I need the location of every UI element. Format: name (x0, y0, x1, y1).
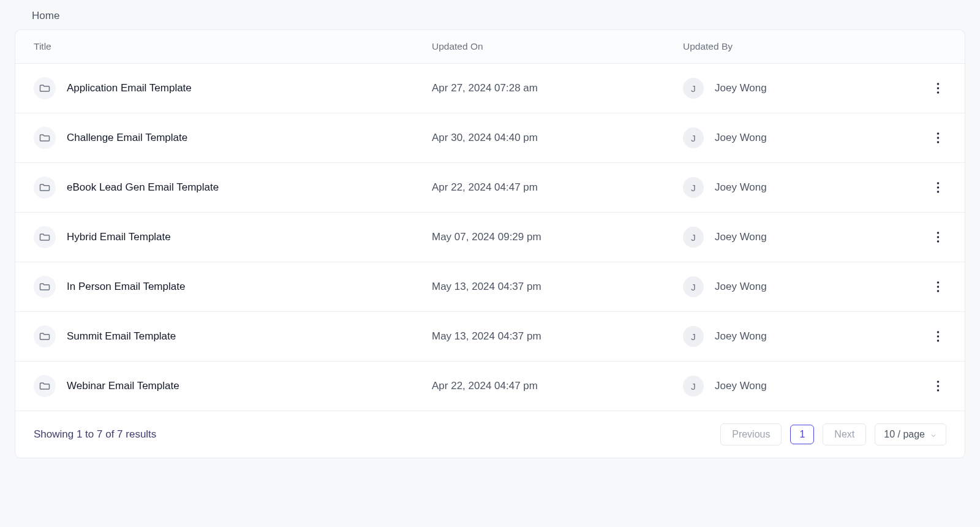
row-title: Challenge Email Template (67, 132, 187, 144)
svg-point-12 (937, 281, 939, 284)
row-title: Application Email Template (67, 82, 192, 94)
avatar: J (683, 276, 704, 297)
row-actions-menu[interactable] (929, 229, 946, 246)
row-actions-menu[interactable] (929, 328, 946, 345)
row-updated-on: May 07, 2024 09:29 pm (432, 231, 683, 243)
svg-point-6 (937, 182, 939, 184)
table-row[interactable]: Summit Email Template May 13, 2024 04:37… (15, 312, 965, 362)
row-title: eBook Lead Gen Email Template (67, 181, 219, 194)
previous-page-button[interactable]: Previous (720, 423, 782, 445)
row-updated-by: Joey Wong (715, 330, 767, 343)
row-updated-on: Apr 22, 2024 04:47 pm (432, 181, 683, 194)
page-size-label: 10 / page (884, 429, 925, 440)
row-updated-by: Joey Wong (715, 281, 767, 293)
row-actions-menu[interactable] (929, 278, 946, 295)
row-updated-by: Joey Wong (715, 231, 767, 243)
avatar: J (683, 376, 704, 396)
folder-icon (34, 127, 56, 149)
row-updated-on: May 13, 2024 04:37 pm (432, 330, 683, 343)
svg-point-11 (937, 240, 939, 243)
table-row[interactable]: In Person Email Template May 13, 2024 04… (15, 262, 965, 312)
svg-point-18 (937, 381, 939, 383)
row-updated-by: Joey Wong (715, 132, 767, 144)
row-updated-on: Apr 22, 2024 04:47 pm (432, 380, 683, 392)
templates-card: Title Updated On Updated By Application … (15, 29, 965, 458)
row-actions-menu[interactable] (929, 179, 946, 196)
svg-point-2 (937, 91, 939, 94)
row-title: Summit Email Template (67, 330, 176, 343)
chevron-down-icon (930, 431, 937, 438)
row-actions-menu[interactable] (929, 377, 946, 395)
svg-point-20 (937, 389, 939, 392)
folder-icon (34, 325, 56, 347)
svg-point-7 (937, 186, 939, 189)
avatar: J (683, 177, 704, 198)
folder-icon (34, 77, 56, 99)
svg-point-16 (937, 335, 939, 338)
row-updated-on: Apr 27, 2024 07:28 am (432, 82, 683, 94)
row-actions-menu[interactable] (929, 80, 946, 97)
folder-icon (34, 276, 56, 298)
page-number-1[interactable]: 1 (790, 425, 814, 444)
column-header-updated-on[interactable]: Updated On (432, 41, 683, 52)
row-updated-on: Apr 30, 2024 04:40 pm (432, 132, 683, 144)
svg-point-5 (937, 141, 939, 143)
table-row[interactable]: Application Email Template Apr 27, 2024 … (15, 64, 965, 113)
svg-point-17 (937, 339, 939, 342)
folder-icon (34, 176, 56, 199)
column-header-title[interactable]: Title (34, 41, 432, 52)
table-footer: Showing 1 to 7 of 7 results Previous 1 N… (15, 411, 965, 458)
svg-point-0 (937, 83, 939, 85)
breadcrumb: Home (15, 0, 965, 29)
svg-point-4 (937, 137, 939, 139)
folder-icon (34, 226, 56, 248)
next-page-button[interactable]: Next (823, 423, 866, 445)
avatar: J (683, 227, 704, 248)
breadcrumb-home-link[interactable]: Home (32, 10, 59, 21)
row-updated-by: Joey Wong (715, 380, 767, 392)
row-actions-menu[interactable] (929, 129, 946, 146)
row-title: In Person Email Template (67, 281, 185, 293)
svg-point-8 (937, 191, 939, 193)
svg-point-15 (937, 331, 939, 333)
row-title: Hybrid Email Template (67, 231, 171, 243)
table-row[interactable]: eBook Lead Gen Email Template Apr 22, 20… (15, 163, 965, 213)
row-updated-by: Joey Wong (715, 82, 767, 94)
results-summary: Showing 1 to 7 of 7 results (34, 428, 156, 441)
row-updated-by: Joey Wong (715, 181, 767, 194)
svg-point-14 (937, 290, 939, 292)
svg-point-10 (937, 236, 939, 238)
row-title: Webinar Email Template (67, 380, 179, 392)
svg-point-13 (937, 286, 939, 288)
svg-point-9 (937, 232, 939, 234)
column-header-updated-by[interactable]: Updated By (683, 41, 916, 52)
table-row[interactable]: Hybrid Email Template May 07, 2024 09:29… (15, 213, 965, 262)
folder-icon (34, 375, 56, 397)
table-row[interactable]: Webinar Email Template Apr 22, 2024 04:4… (15, 362, 965, 411)
avatar: J (683, 78, 704, 99)
svg-point-3 (937, 132, 939, 135)
svg-point-1 (937, 87, 939, 89)
row-updated-on: May 13, 2024 04:37 pm (432, 281, 683, 293)
avatar: J (683, 326, 704, 347)
table-header: Title Updated On Updated By (15, 30, 965, 64)
avatar: J (683, 127, 704, 148)
page-size-select[interactable]: 10 / page (875, 423, 946, 445)
table-row[interactable]: Challenge Email Template Apr 30, 2024 04… (15, 113, 965, 163)
svg-point-19 (937, 385, 939, 387)
